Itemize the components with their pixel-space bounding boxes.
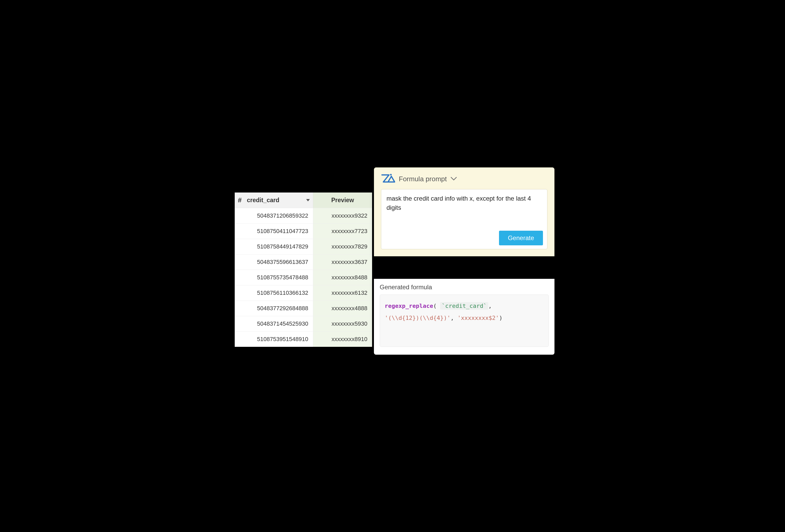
table-row[interactable]: 5048371206859322xxxxxxxx9322 bbox=[235, 208, 372, 223]
formula-token-punct: , bbox=[488, 302, 492, 309]
cell-preview: xxxxxxxx6132 bbox=[313, 285, 372, 300]
column-header-preview: Preview bbox=[313, 192, 372, 208]
chevron-down-icon[interactable] bbox=[451, 177, 457, 181]
cell-credit-card: 5048375596613637 bbox=[235, 255, 313, 270]
prompt-text[interactable]: mask the credit card info with x, except… bbox=[386, 194, 542, 212]
formula-token-column: `credit_card` bbox=[442, 302, 487, 309]
hash-icon: # bbox=[238, 196, 242, 204]
cell-preview: xxxxxxxx4888 bbox=[313, 301, 372, 316]
cell-credit-card: 5108755735478488 bbox=[235, 270, 313, 285]
formula-token-punct: ( bbox=[433, 302, 436, 309]
cell-preview: xxxxxxxx3637 bbox=[313, 255, 372, 270]
generated-formula-panel: Generated formula regexp_replace( `credi… bbox=[374, 279, 555, 355]
prompt-input-box[interactable]: mask the credit card info with x, except… bbox=[381, 189, 548, 249]
data-table: # credit_card Preview 5048371206859322xx… bbox=[235, 192, 372, 347]
cell-credit-card: 5048371206859322 bbox=[235, 208, 313, 223]
formula-token-string: 'xxxxxxxx$2' bbox=[457, 315, 499, 321]
prompt-title: Formula prompt bbox=[399, 175, 447, 183]
cell-credit-card: 5108753951548910 bbox=[235, 331, 313, 347]
generated-formula-title: Generated formula bbox=[380, 284, 549, 291]
cell-preview: xxxxxxxx8910 bbox=[313, 331, 372, 347]
cell-credit-card: 5108750411047723 bbox=[235, 223, 313, 239]
cell-credit-card: 5108756110366132 bbox=[235, 285, 313, 300]
table-row[interactable]: 5108753951548910xxxxxxxx8910 bbox=[235, 331, 372, 347]
cell-preview: xxxxxxxx8488 bbox=[313, 270, 372, 285]
formula-token-column-chip: `credit_card` bbox=[440, 302, 488, 310]
cell-preview: xxxxxxxx5930 bbox=[313, 316, 372, 331]
column-header-credit-card[interactable]: # credit_card bbox=[235, 192, 313, 208]
cell-preview: xxxxxxxx7723 bbox=[313, 223, 372, 239]
formula-token-punct: ) bbox=[499, 315, 502, 321]
table-header-row: # credit_card Preview bbox=[235, 192, 372, 208]
table-row[interactable]: 5048375596613637xxxxxxxx3637 bbox=[235, 254, 372, 270]
cell-credit-card: 5048377292684888 bbox=[235, 301, 313, 316]
cell-credit-card: 5048371454525930 bbox=[235, 316, 313, 331]
column-header-label: credit_card bbox=[247, 197, 304, 204]
formula-token-string: '(\\d{12})(\\d{4})' bbox=[385, 315, 451, 321]
table-row[interactable]: 5108755735478488xxxxxxxx8488 bbox=[235, 270, 372, 285]
column-header-label: Preview bbox=[331, 197, 354, 204]
formula-token-function: regexp_replace bbox=[385, 302, 433, 309]
zia-logo-icon bbox=[381, 173, 395, 185]
cell-preview: xxxxxxxx9322 bbox=[313, 208, 372, 223]
formula-code[interactable]: regexp_replace( `credit_card`, '(\\d{12}… bbox=[380, 294, 549, 347]
table-row[interactable]: 5048371454525930xxxxxxxx5930 bbox=[235, 316, 372, 331]
table-body: 5048371206859322xxxxxxxx9322510875041104… bbox=[235, 208, 372, 347]
cell-credit-card: 5108758449147829 bbox=[235, 239, 313, 254]
chevron-down-icon[interactable] bbox=[306, 199, 310, 202]
formula-prompt-panel: Formula prompt mask the credit card info… bbox=[374, 167, 555, 256]
table-row[interactable]: 5108758449147829xxxxxxxx7829 bbox=[235, 239, 372, 254]
table-row[interactable]: 5048377292684888xxxxxxxx4888 bbox=[235, 300, 372, 316]
prompt-header[interactable]: Formula prompt bbox=[381, 173, 548, 185]
table-row[interactable]: 5108756110366132xxxxxxxx6132 bbox=[235, 285, 372, 300]
generate-button[interactable]: Generate bbox=[499, 231, 543, 245]
cell-preview: xxxxxxxx7829 bbox=[313, 239, 372, 254]
table-row[interactable]: 5108750411047723xxxxxxxx7723 bbox=[235, 223, 372, 239]
formula-token-punct: , bbox=[451, 315, 458, 321]
svg-point-0 bbox=[390, 174, 392, 176]
